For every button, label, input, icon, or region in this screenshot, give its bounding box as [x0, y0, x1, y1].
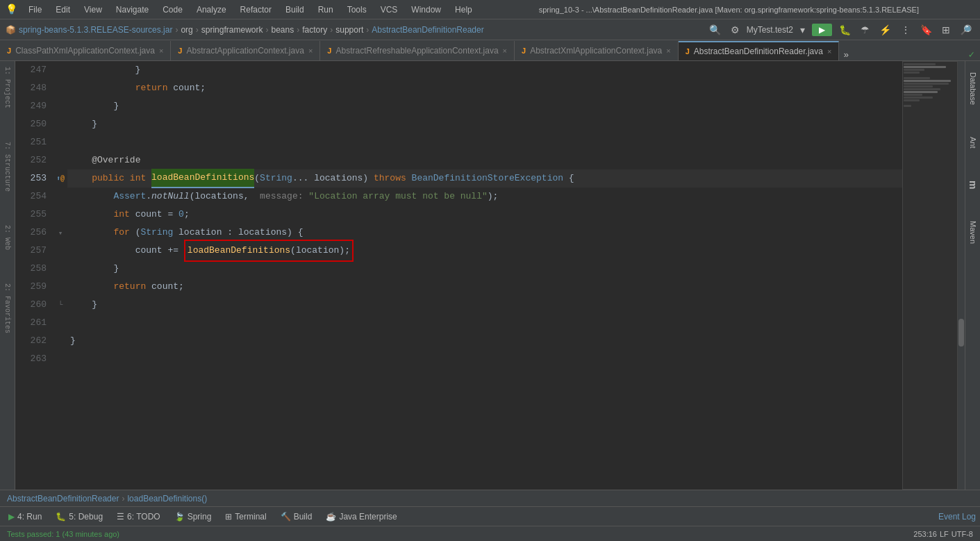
- code-editor[interactable]: 247 248 249 250 251 252 253 254 255 256 …: [15, 61, 965, 490]
- breadcrumb-class[interactable]: AbstractBeanDefinitionReader: [372, 25, 483, 35]
- window-title: spring_10-3 - ...\AbstractBeanDefinition…: [483, 6, 974, 14]
- menu-build[interactable]: Build: [280, 3, 310, 16]
- settings-icon[interactable]: ⚙: [728, 23, 742, 37]
- line-num-255: 255: [15, 206, 47, 224]
- tab-abstractapp[interactable]: J AbstractApplicationContext.java ×: [171, 41, 320, 60]
- vertical-scrollbar[interactable]: [958, 61, 965, 490]
- java-icon: J: [178, 47, 182, 55]
- todo-icon: ☰: [117, 512, 124, 522]
- menu-navigate[interactable]: Navigate: [110, 3, 154, 16]
- terminal-tool-button[interactable]: ⊞ Terminal: [221, 510, 270, 523]
- gutter-256: ▾: [53, 224, 67, 242]
- java-enterprise-label: Java Enterprise: [339, 512, 397, 522]
- tabs-bar: J ClassPathXmlApplicationContext.java × …: [0, 40, 980, 61]
- find-icon[interactable]: 🔎: [957, 23, 974, 37]
- fold-end-icon[interactable]: └: [58, 301, 63, 309]
- run-tool-button[interactable]: ▶ 4: Run: [4, 510, 46, 523]
- build-tool-button[interactable]: 🔨 Build: [276, 510, 317, 523]
- breadcrumb-beans[interactable]: beans: [271, 25, 294, 35]
- build-label: Build: [294, 512, 313, 522]
- breadcrumb-support[interactable]: support: [335, 25, 363, 35]
- search-icon[interactable]: 🔍: [706, 23, 724, 37]
- line-num-259: 259: [15, 278, 47, 296]
- app-icon: 💡: [6, 3, 17, 15]
- gutter-261: [53, 314, 67, 332]
- code-line-250: }: [67, 115, 902, 133]
- breadcrumb-factory[interactable]: factory: [302, 25, 327, 35]
- tab-close-icon[interactable]: ×: [827, 47, 831, 56]
- tab-abstractbeandef[interactable]: J AbstractBeanDefinitionReader.java ×: [679, 41, 840, 60]
- sidebar-favorites-icon[interactable]: 2: Favorites: [1, 281, 14, 336]
- gutter-252: [53, 151, 67, 169]
- sidebar-project-icon[interactable]: 1: Project: [1, 64, 14, 111]
- todo-tool-button[interactable]: ☰ 6: TODO: [113, 510, 165, 523]
- breadcrumb-springframework[interactable]: springframework: [201, 25, 263, 35]
- line-num-249: 249: [15, 97, 47, 115]
- bottom-breadcrumb-method[interactable]: loadBeanDefinitions(): [127, 494, 207, 503]
- run-icon: ▶: [8, 512, 15, 522]
- line-num-262: 262: [15, 332, 47, 350]
- right-tab-m[interactable]: m: [965, 175, 981, 194]
- tab-abstractrefreshable[interactable]: J AbstractRefreshableApplicationContext.…: [320, 41, 515, 60]
- profile-icon[interactable]: ⚡: [877, 23, 894, 37]
- run-label: 4: Run: [17, 512, 42, 522]
- right-tab-maven[interactable]: Maven: [966, 215, 980, 249]
- event-log-link[interactable]: Event Log: [938, 512, 976, 522]
- code-line-252: @Override: [67, 151, 902, 169]
- debug-tool-button[interactable]: 🐛 5: Debug: [51, 510, 107, 523]
- line-ending: LF: [940, 530, 949, 538]
- tab-close-icon[interactable]: ×: [308, 47, 313, 55]
- menu-window[interactable]: Window: [406, 3, 447, 16]
- java-enterprise-icon: ☕: [326, 512, 336, 522]
- spring-label: Spring: [188, 512, 212, 522]
- right-tab-database[interactable]: Database: [966, 67, 980, 110]
- line-num-253: 253: [15, 169, 47, 188]
- tab-abstractxml[interactable]: J AbstractXmlApplicationContext.java ×: [515, 41, 679, 60]
- breadcrumb-org[interactable]: org: [181, 25, 192, 35]
- more-icon[interactable]: ⋮: [898, 23, 913, 37]
- menu-refactor[interactable]: Refactor: [235, 3, 277, 16]
- coverage-icon[interactable]: ☂: [858, 23, 872, 37]
- charset: UTF-8: [952, 530, 973, 538]
- sidebar-web-icon[interactable]: 2: Web: [1, 222, 14, 253]
- code-content[interactable]: } return count; } } @Override publ: [67, 61, 902, 490]
- java-enterprise-button[interactable]: ☕ Java Enterprise: [322, 510, 401, 523]
- spring-tool-button[interactable]: 🍃 Spring: [170, 510, 216, 523]
- sidebar-structure-icon[interactable]: 7: Structure: [1, 139, 14, 194]
- debug-button[interactable]: 🐛: [836, 23, 854, 37]
- menu-help[interactable]: Help: [449, 3, 478, 16]
- tab-classpathxml[interactable]: J ClassPathXmlApplicationContext.java ×: [0, 41, 171, 60]
- menu-analyze[interactable]: Analyze: [191, 3, 232, 16]
- menu-code[interactable]: Code: [157, 3, 188, 16]
- tab-overflow-icon[interactable]: »: [839, 50, 853, 60]
- right-tab-ant[interactable]: Ant: [966, 131, 980, 154]
- fold-icon[interactable]: ▾: [58, 228, 63, 238]
- run-button[interactable]: ▶: [812, 24, 832, 36]
- menu-view[interactable]: View: [78, 3, 108, 16]
- layout-icon[interactable]: ⊞: [939, 23, 953, 37]
- toolbar-actions: 🔍 ⚙ MyTest.test2 ▾ ▶ 🐛 ☂ ⚡ ⋮ 🔖 ⊞ 🔎: [706, 23, 974, 37]
- bottom-toolbar: ▶ 4: Run 🐛 5: Debug ☰ 6: TODO 🍃 Spring ⊞…: [0, 506, 980, 526]
- menu-edit[interactable]: Edit: [50, 3, 76, 16]
- breadcrumb-jar[interactable]: spring-beans-5.1.3.RELEASE-sources.jar: [19, 25, 172, 35]
- tab-close-icon[interactable]: ×: [666, 47, 670, 55]
- menu-tools[interactable]: Tools: [342, 3, 372, 16]
- bookmark-icon[interactable]: 🔖: [917, 23, 935, 37]
- right-tabs: Database Ant m Maven: [965, 61, 980, 490]
- gutter-248: [53, 79, 67, 97]
- tab-close-icon[interactable]: ×: [503, 47, 507, 55]
- line-num-254: 254: [15, 188, 47, 206]
- line-numbers: 247 248 249 250 251 252 253 254 255 256 …: [15, 61, 53, 490]
- line-num-250: 250: [15, 115, 47, 133]
- status-bar: Tests passed: 1 (43 minutes ago) 253:16 …: [0, 526, 980, 541]
- menu-file[interactable]: File: [23, 3, 47, 16]
- menu-run[interactable]: Run: [313, 3, 339, 16]
- code-line-259: return count;: [67, 278, 902, 296]
- chevron-down-icon[interactable]: ▾: [797, 23, 808, 37]
- tab-close-icon[interactable]: ×: [159, 47, 163, 55]
- minimap[interactable]: [902, 61, 958, 490]
- bottom-breadcrumb-class[interactable]: AbstractBeanDefinitionReader: [7, 494, 119, 503]
- scrollbar-thumb[interactable]: [958, 319, 964, 347]
- java-icon: J: [7, 47, 11, 55]
- menu-vcs[interactable]: VCS: [375, 3, 404, 16]
